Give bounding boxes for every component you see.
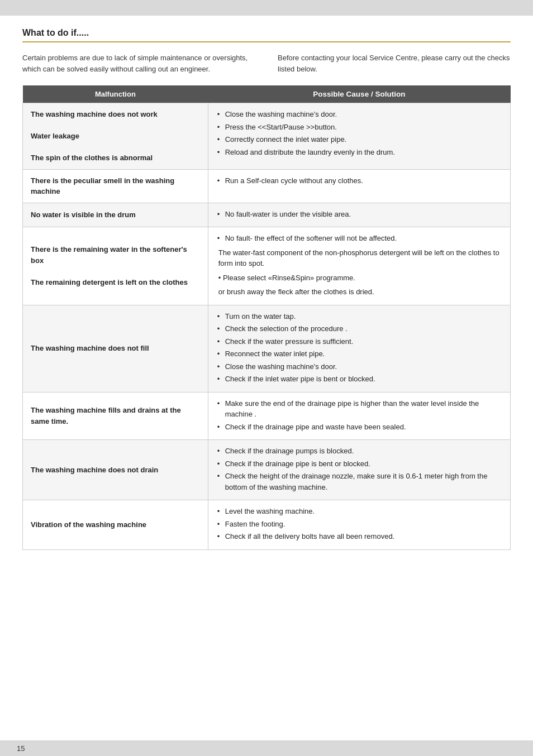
malfunction-table: Malfunction Possible Cause / Solution Th…: [22, 85, 511, 550]
intro-section: Certain problems are due to lack of simp…: [22, 52, 511, 74]
page-number: 15: [17, 744, 25, 753]
title-underline: [22, 41, 511, 42]
solution-cell: Run a Self-clean cycle without any cloth…: [208, 169, 510, 203]
list-item: Check the height of the drainage nozzle,…: [216, 471, 502, 492]
list-item: Check if the water pressure is sufficien…: [216, 336, 502, 347]
list-item: Close the washing machine's door.: [216, 361, 502, 372]
list-item: Make sure the end of the drainage pipe i…: [216, 398, 502, 420]
intro-right: Before contacting your local Service Cen…: [278, 52, 511, 74]
solution-list: Close the washing machine's door.Press t…: [216, 109, 502, 157]
solution-cell: Turn on the water tap.Check the selectio…: [208, 305, 510, 392]
list-item: Correctly connect the inlet water pipe.: [216, 134, 502, 145]
malfunction-cell: There is the remaining water in the soft…: [23, 227, 208, 305]
malfunction-cell: Vibration of the washing machine: [23, 500, 208, 550]
list-item: Check if the drainage pipe is bent or bl…: [216, 458, 502, 470]
malfunction-cell: No water is visible in the drum: [23, 203, 208, 227]
malfunction-cell: The washing machine does not drain: [23, 440, 208, 500]
solution-cell: No fault-water is under the visible area…: [208, 203, 510, 227]
list-item: No fault-water is under the visible area…: [216, 209, 502, 220]
list-item: Press the <<Start/Pause >>button.: [216, 122, 502, 133]
list-item: No fault- the effect of the softener wil…: [216, 233, 502, 244]
list-item: Close the washing machine's door.: [216, 109, 502, 120]
solution-list: No fault-water is under the visible area…: [216, 209, 502, 220]
list-item: Check if all the delivery bolts have all…: [216, 531, 502, 542]
solution-cell: Check if the drainage pumps is blocked.C…: [208, 440, 510, 500]
malfunction-cell: The washing machine does not workWater l…: [23, 103, 208, 170]
malfunction-cell: The washing machine fills and drains at …: [23, 392, 208, 440]
list-item: Reconnect the water inlet pipe.: [216, 348, 502, 360]
intro-left: Certain problems are due to lack of simp…: [22, 52, 255, 74]
solution-cell: No fault- the effect of the softener wil…: [208, 227, 510, 305]
list-item: Level the washing machine.: [216, 506, 502, 517]
extra-text: The water-fast component of the non-phos…: [216, 247, 502, 269]
list-item: Run a Self-clean cycle without any cloth…: [216, 175, 502, 186]
solution-list: Level the washing machine.Fasten the foo…: [216, 506, 502, 542]
content: What to do if..... Certain problems are …: [0, 16, 533, 567]
solution-cell: Close the washing machine's door.Press t…: [208, 103, 510, 170]
top-bar: [0, 0, 533, 16]
solution-cell: Make sure the end of the drainage pipe i…: [208, 392, 510, 440]
page-title: What to do if.....: [22, 28, 511, 38]
solution-cell: Level the washing machine.Fasten the foo…: [208, 500, 510, 550]
col-solution-header: Possible Cause / Solution: [208, 85, 510, 103]
footer-bar: 15: [0, 740, 533, 756]
malfunction-cell: There is the peculiar smell in the washi…: [23, 169, 208, 203]
list-item: Check the selection of the procedure .: [216, 323, 502, 334]
list-item: Check if the drainage pumps is blocked.: [216, 446, 502, 457]
col-malfunction-header: Malfunction: [23, 85, 208, 103]
list-item: Check if the inlet water pipe is bent or…: [216, 374, 502, 385]
solution-list: No fault- the effect of the softener wil…: [216, 233, 502, 244]
list-item: Check if the drainage pipe and waste hav…: [216, 422, 502, 433]
malfunction-cell: The washing machine does not fill: [23, 305, 208, 392]
solution-list: Turn on the water tap.Check the selectio…: [216, 311, 502, 385]
list-item: Fasten the footing.: [216, 519, 502, 530]
page: What to do if..... Certain problems are …: [0, 0, 533, 756]
solution-list: Run a Self-clean cycle without any cloth…: [216, 175, 502, 186]
list-item: Reload and distribute the laundry evenly…: [216, 147, 502, 158]
extra-text: or brush away the fleck after the clothe…: [216, 286, 502, 298]
list-item: Turn on the water tap.: [216, 311, 502, 322]
extra-text: • Please select «Rinse&Spin» programme.: [216, 272, 502, 284]
solution-list: Make sure the end of the drainage pipe i…: [216, 398, 502, 433]
solution-list: Check if the drainage pumps is blocked.C…: [216, 446, 502, 492]
